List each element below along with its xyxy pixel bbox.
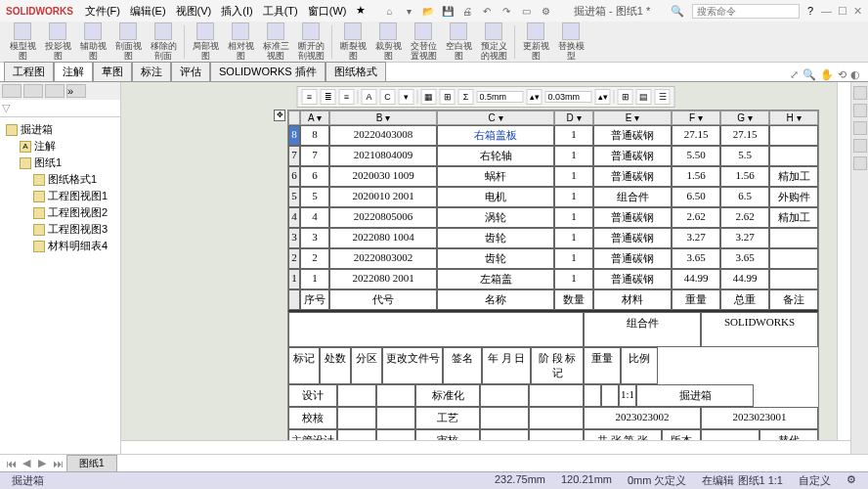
menu-edit[interactable]: 编辑(E): [126, 2, 170, 21]
cell[interactable]: 3.27: [720, 228, 769, 248]
border-icon[interactable]: ▦: [421, 89, 437, 105]
cell[interactable]: 6: [300, 166, 329, 187]
cell[interactable]: 普通碳钢: [593, 146, 672, 166]
cell[interactable]: 5: [288, 187, 300, 207]
cell[interactable]: 普通碳钢: [593, 125, 672, 146]
cell[interactable]: [769, 125, 818, 146]
maximize-icon[interactable]: ☐: [838, 5, 847, 18]
cell[interactable]: 20210804009: [329, 146, 437, 166]
table-row[interactable]: 332022080 1004齿轮1普通碳钢3.273.27: [288, 228, 818, 248]
cell[interactable]: 1: [554, 248, 593, 269]
color-icon[interactable]: ▾: [399, 89, 414, 105]
thickness-input-1[interactable]: [477, 91, 524, 103]
stepper-icon[interactable]: ▴▾: [527, 89, 542, 105]
cell[interactable]: 2020030 1009: [329, 166, 437, 187]
ribbon-13[interactable]: 预定义的视图: [477, 22, 510, 61]
col-header-A[interactable]: A ▾: [300, 111, 329, 125]
cell[interactable]: 7: [300, 146, 329, 166]
ribbon-15[interactable]: 替换模型: [554, 22, 587, 61]
cell[interactable]: 8: [288, 125, 300, 146]
cell[interactable]: 1: [554, 187, 593, 207]
zoom-area-icon[interactable]: 🔍: [803, 68, 816, 81]
cell[interactable]: 3.27: [672, 228, 720, 248]
ribbon-14[interactable]: 更新视图: [519, 22, 552, 61]
rotate-icon[interactable]: ⟲: [838, 68, 846, 81]
display-icon[interactable]: ◐: [850, 68, 860, 81]
cell[interactable]: 普通碳钢: [593, 166, 672, 187]
cell[interactable]: 1: [554, 207, 593, 228]
ribbon-0[interactable]: 模型视图: [6, 22, 39, 61]
sigma-icon[interactable]: Σ: [458, 89, 474, 105]
table-move-handle[interactable]: ✥: [274, 110, 285, 121]
align-right-icon[interactable]: ≡: [339, 89, 355, 105]
cell[interactable]: 1: [554, 228, 593, 248]
tree-annotation[interactable]: A注解: [2, 138, 118, 155]
sheet-first-icon[interactable]: ⏮: [4, 458, 18, 469]
cell[interactable]: 1: [288, 269, 300, 289]
cell[interactable]: 涡轮: [437, 207, 554, 228]
tree-child-4[interactable]: 材料明细表4: [2, 238, 118, 254]
cell[interactable]: [769, 146, 818, 166]
cell[interactable]: 2: [288, 248, 300, 269]
ribbon-3[interactable]: 剖面视图: [111, 22, 145, 61]
cell[interactable]: 27.15: [672, 125, 720, 146]
pan-icon[interactable]: ✋: [820, 68, 834, 81]
print-icon[interactable]: 🖨: [459, 3, 475, 19]
status-mode[interactable]: 自定义: [795, 473, 835, 488]
table-row[interactable]: 8820220403008右箱盖板1普通碳钢27.1527.15: [288, 125, 818, 146]
redo-icon[interactable]: ↷: [499, 3, 514, 19]
minimize-icon[interactable]: —: [821, 5, 832, 18]
cell[interactable]: 3: [288, 228, 300, 248]
ribbon-2[interactable]: 辅助视图: [76, 22, 109, 61]
taskpane-prop-icon[interactable]: [853, 156, 867, 170]
tree-sheet[interactable]: 图纸1: [2, 155, 118, 171]
cell[interactable]: 1: [554, 166, 593, 187]
undo-icon[interactable]: ↶: [479, 3, 495, 19]
tab-sketch[interactable]: 草图: [93, 62, 132, 81]
ribbon-7[interactable]: 标准三视图: [259, 22, 292, 61]
cell[interactable]: [769, 248, 818, 269]
menu-view[interactable]: 视图(V): [172, 2, 216, 21]
table-row[interactable]: 4420220805006涡轮1普通碳钢2.622.62精加工: [288, 207, 818, 228]
tree-root[interactable]: 掘进箱: [2, 121, 118, 138]
tab-drawing[interactable]: 工程图: [4, 62, 54, 81]
cell[interactable]: 4: [288, 207, 300, 228]
ribbon-10[interactable]: 裁剪视图: [371, 22, 405, 61]
gear-icon[interactable]: ⚙: [538, 3, 553, 19]
table-row[interactable]: 7720210804009右轮轴1普通碳钢5.505.5: [288, 146, 818, 166]
bom-table[interactable]: A ▾B ▾C ▾D ▾E ▾F ▾G ▾H ▾ 8820220403008右箱…: [287, 110, 819, 453]
cell[interactable]: 2022080 2001: [329, 269, 437, 289]
ribbon-4[interactable]: 移除的剖面: [147, 22, 180, 61]
thickness-input-2[interactable]: [545, 91, 592, 103]
cell[interactable]: 普通碳钢: [593, 248, 672, 269]
ribbon-5[interactable]: 局部视图: [189, 22, 222, 61]
cell[interactable]: 右轮轴: [437, 146, 554, 166]
table-opts-icon[interactable]: ☰: [655, 89, 671, 105]
bold-icon[interactable]: A: [362, 89, 377, 105]
col-header-F[interactable]: F ▾: [672, 111, 720, 125]
cell[interactable]: 齿轮: [437, 248, 554, 269]
home-icon[interactable]: ⌂: [381, 3, 397, 19]
taskpane-lib-icon[interactable]: [853, 104, 867, 117]
cell[interactable]: 组合件: [593, 187, 672, 207]
table-row[interactable]: 2220220803002齿轮1普通碳钢3.653.65: [288, 248, 818, 269]
cell[interactable]: 1: [300, 269, 329, 289]
align-left-icon[interactable]: ≡: [302, 89, 318, 105]
cell[interactable]: 2: [300, 248, 329, 269]
cell[interactable]: 齿轮: [437, 228, 554, 248]
drawing-canvas[interactable]: ≡ ≣ ≡ A C ▾ ▦ ⊞ Σ ▴▾ ▴▾ ⊞ ▤ ☰ ✥ A ▾B ▾C …: [121, 82, 850, 454]
menu-more-icon[interactable]: ★: [352, 2, 369, 21]
taskpane-appear-icon[interactable]: [853, 139, 867, 153]
cell[interactable]: 普通碳钢: [593, 207, 672, 228]
status-gear-icon[interactable]: ⚙: [843, 473, 860, 488]
align-center-icon[interactable]: ≣: [321, 89, 336, 105]
open-icon[interactable]: 📂: [420, 3, 436, 19]
cell[interactable]: 5.5: [720, 146, 769, 166]
cell[interactable]: 4: [300, 207, 329, 228]
help-icon[interactable]: ?: [807, 5, 813, 17]
cell[interactable]: 44.99: [720, 269, 769, 289]
cell[interactable]: 精加工: [769, 207, 818, 228]
cell[interactable]: 8: [300, 125, 329, 146]
col-header-H[interactable]: H ▾: [769, 111, 818, 125]
table-row[interactable]: 662020030 1009蜗杆1普通碳钢1.561.56精加工: [288, 166, 818, 187]
